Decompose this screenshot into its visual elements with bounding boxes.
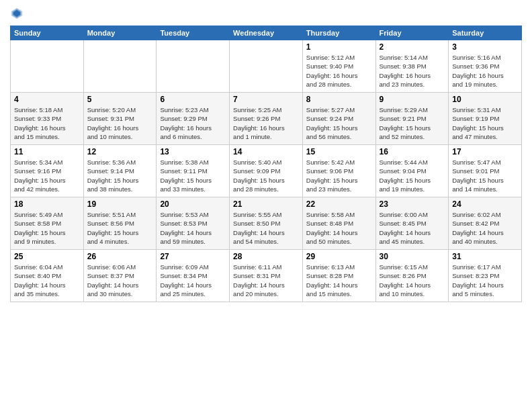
day-number: 28 — [233, 252, 299, 261]
day-number: 16 — [380, 147, 445, 156]
day-header-friday: Friday — [375, 26, 449, 40]
day-info: Sunrise: 5:44 AM Sunset: 9:04 PM Dayligh… — [380, 158, 445, 193]
day-cell — [157, 40, 230, 93]
day-info: Sunrise: 5:31 AM Sunset: 9:19 PM Dayligh… — [452, 105, 518, 141]
day-number: 20 — [160, 199, 226, 209]
day-header-thursday: Thursday — [302, 26, 375, 40]
day-number: 9 — [380, 95, 445, 104]
day-info: Sunrise: 5:23 AM Sunset: 9:29 PM Dayligh… — [160, 105, 226, 141]
day-number: 1 — [306, 42, 372, 52]
day-cell: 8Sunrise: 5:27 AM Sunset: 9:24 PM Daylig… — [302, 93, 375, 145]
header-row: SundayMondayTuesdayWednesdayThursdayFrid… — [11, 26, 522, 40]
day-cell: 13Sunrise: 5:38 AM Sunset: 9:11 PM Dayli… — [157, 145, 230, 197]
day-cell: 2Sunrise: 5:14 AM Sunset: 9:38 PM Daylig… — [375, 40, 449, 93]
day-info: Sunrise: 5:12 AM Sunset: 9:40 PM Dayligh… — [306, 53, 372, 89]
day-info: Sunrise: 6:04 AM Sunset: 8:40 PM Dayligh… — [14, 263, 80, 298]
day-info: Sunrise: 5:20 AM Sunset: 9:31 PM Dayligh… — [87, 105, 153, 141]
logo — [10, 7, 26, 20]
day-cell — [83, 40, 157, 93]
day-info: Sunrise: 5:38 AM Sunset: 9:11 PM Dayligh… — [160, 158, 226, 193]
week-row-1: 1Sunrise: 5:12 AM Sunset: 9:40 PM Daylig… — [11, 40, 522, 93]
day-cell: 3Sunrise: 5:16 AM Sunset: 9:36 PM Daylig… — [449, 40, 522, 93]
day-cell: 17Sunrise: 5:47 AM Sunset: 9:01 PM Dayli… — [449, 145, 522, 197]
week-row-4: 18Sunrise: 5:49 AM Sunset: 8:58 PM Dayli… — [11, 197, 522, 250]
day-number: 24 — [452, 199, 518, 209]
day-number: 10 — [452, 95, 518, 104]
week-row-3: 11Sunrise: 5:34 AM Sunset: 9:16 PM Dayli… — [11, 145, 522, 197]
day-cell: 14Sunrise: 5:40 AM Sunset: 9:09 PM Dayli… — [230, 145, 303, 197]
day-info: Sunrise: 5:58 AM Sunset: 8:48 PM Dayligh… — [306, 210, 372, 246]
day-cell: 9Sunrise: 5:29 AM Sunset: 9:21 PM Daylig… — [375, 93, 449, 145]
day-number: 29 — [306, 252, 372, 261]
day-cell: 31Sunrise: 6:17 AM Sunset: 8:23 PM Dayli… — [449, 250, 522, 302]
day-number: 31 — [452, 252, 518, 261]
day-number: 14 — [233, 147, 299, 156]
day-info: Sunrise: 5:18 AM Sunset: 9:33 PM Dayligh… — [14, 105, 80, 141]
day-number: 18 — [14, 199, 80, 209]
day-number: 30 — [380, 252, 445, 261]
day-cell: 23Sunrise: 6:00 AM Sunset: 8:45 PM Dayli… — [375, 197, 449, 250]
day-header-wednesday: Wednesday — [230, 26, 303, 40]
day-cell: 26Sunrise: 6:06 AM Sunset: 8:37 PM Dayli… — [83, 250, 157, 302]
day-info: Sunrise: 5:47 AM Sunset: 9:01 PM Dayligh… — [452, 158, 518, 193]
day-header-sunday: Sunday — [11, 26, 84, 40]
day-number: 6 — [160, 95, 226, 104]
day-number: 13 — [160, 147, 226, 156]
day-cell: 4Sunrise: 5:18 AM Sunset: 9:33 PM Daylig… — [11, 93, 84, 145]
day-cell: 15Sunrise: 5:42 AM Sunset: 9:06 PM Dayli… — [302, 145, 375, 197]
day-number: 17 — [452, 147, 518, 156]
day-cell: 6Sunrise: 5:23 AM Sunset: 9:29 PM Daylig… — [157, 93, 230, 145]
day-cell: 11Sunrise: 5:34 AM Sunset: 9:16 PM Dayli… — [11, 145, 84, 197]
day-info: Sunrise: 6:17 AM Sunset: 8:23 PM Dayligh… — [452, 263, 518, 298]
day-cell: 16Sunrise: 5:44 AM Sunset: 9:04 PM Dayli… — [375, 145, 449, 197]
day-number: 26 — [87, 252, 153, 261]
day-info: Sunrise: 5:34 AM Sunset: 9:16 PM Dayligh… — [14, 158, 80, 193]
day-info: Sunrise: 5:36 AM Sunset: 9:14 PM Dayligh… — [87, 158, 153, 193]
day-number: 23 — [380, 199, 445, 209]
day-number: 5 — [87, 95, 153, 104]
day-number: 27 — [160, 252, 226, 261]
logo-icon — [10, 7, 24, 20]
day-cell: 5Sunrise: 5:20 AM Sunset: 9:31 PM Daylig… — [83, 93, 157, 145]
day-number: 3 — [452, 42, 518, 52]
week-row-5: 25Sunrise: 6:04 AM Sunset: 8:40 PM Dayli… — [11, 250, 522, 302]
day-cell: 25Sunrise: 6:04 AM Sunset: 8:40 PM Dayli… — [11, 250, 84, 302]
day-number: 22 — [306, 199, 372, 209]
day-info: Sunrise: 5:40 AM Sunset: 9:09 PM Dayligh… — [233, 158, 299, 193]
day-info: Sunrise: 5:16 AM Sunset: 9:36 PM Dayligh… — [452, 53, 518, 89]
day-cell: 22Sunrise: 5:58 AM Sunset: 8:48 PM Dayli… — [302, 197, 375, 250]
day-info: Sunrise: 5:14 AM Sunset: 9:38 PM Dayligh… — [380, 53, 445, 89]
day-info: Sunrise: 5:27 AM Sunset: 9:24 PM Dayligh… — [306, 105, 372, 141]
day-number: 4 — [14, 95, 80, 104]
day-info: Sunrise: 5:42 AM Sunset: 9:06 PM Dayligh… — [306, 158, 372, 193]
day-info: Sunrise: 5:53 AM Sunset: 8:53 PM Dayligh… — [160, 210, 226, 246]
day-number: 15 — [306, 147, 372, 156]
day-info: Sunrise: 6:00 AM Sunset: 8:45 PM Dayligh… — [380, 210, 445, 246]
day-cell: 19Sunrise: 5:51 AM Sunset: 8:56 PM Dayli… — [83, 197, 157, 250]
day-number: 7 — [233, 95, 299, 104]
day-header-saturday: Saturday — [449, 26, 522, 40]
day-cell: 1Sunrise: 5:12 AM Sunset: 9:40 PM Daylig… — [302, 40, 375, 93]
day-info: Sunrise: 5:25 AM Sunset: 9:26 PM Dayligh… — [233, 105, 299, 141]
day-cell: 18Sunrise: 5:49 AM Sunset: 8:58 PM Dayli… — [11, 197, 84, 250]
day-info: Sunrise: 6:06 AM Sunset: 8:37 PM Dayligh… — [87, 263, 153, 298]
day-header-tuesday: Tuesday — [157, 26, 230, 40]
day-info: Sunrise: 6:09 AM Sunset: 8:34 PM Dayligh… — [160, 263, 226, 298]
day-cell — [230, 40, 303, 93]
day-info: Sunrise: 5:49 AM Sunset: 8:58 PM Dayligh… — [14, 210, 80, 246]
calendar-container: SundayMondayTuesdayWednesdayThursdayFrid… — [0, 0, 532, 411]
day-cell: 27Sunrise: 6:09 AM Sunset: 8:34 PM Dayli… — [157, 250, 230, 302]
day-info: Sunrise: 6:15 AM Sunset: 8:26 PM Dayligh… — [380, 263, 445, 298]
day-number: 11 — [14, 147, 80, 156]
day-cell: 30Sunrise: 6:15 AM Sunset: 8:26 PM Dayli… — [375, 250, 449, 302]
day-cell: 28Sunrise: 6:11 AM Sunset: 8:31 PM Dayli… — [230, 250, 303, 302]
week-row-2: 4Sunrise: 5:18 AM Sunset: 9:33 PM Daylig… — [11, 93, 522, 145]
day-header-monday: Monday — [83, 26, 157, 40]
day-cell: 7Sunrise: 5:25 AM Sunset: 9:26 PM Daylig… — [230, 93, 303, 145]
calendar-table: SundayMondayTuesdayWednesdayThursdayFrid… — [10, 26, 522, 302]
day-number: 12 — [87, 147, 153, 156]
day-info: Sunrise: 5:29 AM Sunset: 9:21 PM Dayligh… — [380, 105, 445, 141]
day-number: 2 — [380, 42, 445, 52]
day-cell: 10Sunrise: 5:31 AM Sunset: 9:19 PM Dayli… — [449, 93, 522, 145]
day-cell — [11, 40, 84, 93]
